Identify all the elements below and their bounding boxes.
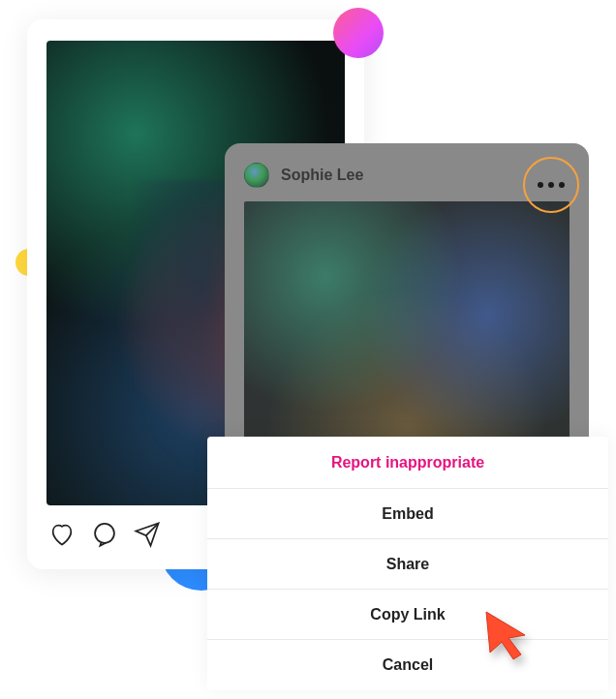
sheet-item-copy-link[interactable]: Copy Link: [207, 590, 608, 640]
sheet-item-embed[interactable]: Embed: [207, 489, 608, 539]
more-icon: [538, 182, 565, 188]
comment-icon[interactable]: [91, 521, 118, 552]
decorative-circle-gradient: [333, 8, 384, 58]
post-image[interactable]: [244, 201, 570, 453]
action-sheet: Report inappropriate Embed Share Copy Li…: [207, 437, 608, 690]
username-label[interactable]: Sophie Lee: [281, 167, 363, 184]
cursor-icon: [482, 608, 531, 661]
more-options-button[interactable]: [523, 157, 579, 213]
heart-icon[interactable]: [48, 521, 76, 552]
sheet-item-share[interactable]: Share: [207, 539, 608, 590]
sheet-item-report[interactable]: Report inappropriate: [207, 437, 608, 489]
send-icon[interactable]: [134, 521, 161, 552]
avatar[interactable]: [244, 163, 269, 188]
svg-point-0: [95, 524, 114, 543]
post-card-front: Sophie Lee: [225, 143, 589, 453]
sheet-item-cancel[interactable]: Cancel: [207, 640, 608, 690]
